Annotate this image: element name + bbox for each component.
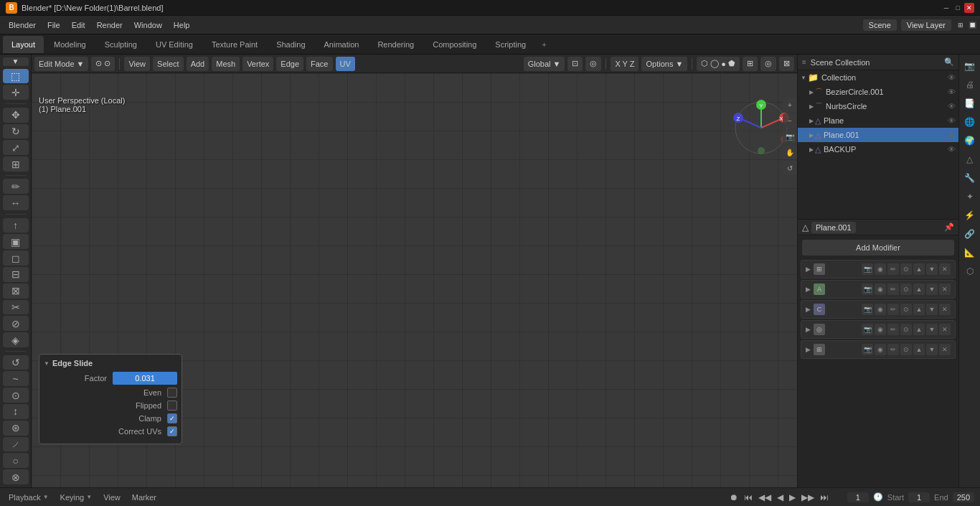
mod4-down[interactable]: ▼ (926, 344, 938, 355)
tool-transform[interactable]: ⊞ (3, 156, 29, 172)
orbit-button[interactable]: ↺ (783, 161, 797, 175)
tool-knife[interactable]: ✂ (3, 300, 29, 315)
modifier-row-3[interactable]: ▶ ◎ 📷 ◉ ✏ ⊙ ▲ ▼ ✕ (801, 320, 956, 339)
select-menu[interactable]: Select (153, 57, 184, 71)
editor-icon-button[interactable]: 🔲 (967, 20, 977, 30)
record-button[interactable]: ⏺ (728, 491, 740, 504)
props-view-layer-icon[interactable]: 📑 (961, 95, 979, 112)
editor-expand-button[interactable]: ⊞ (956, 20, 966, 30)
view-camera-button[interactable]: 📷 (783, 129, 797, 144)
scene-selector[interactable]: Scene (863, 19, 897, 31)
mod3-up[interactable]: ▲ (913, 324, 925, 335)
mod1-render[interactable]: ◉ (875, 284, 886, 295)
tool-move[interactable]: ✥ (3, 108, 29, 123)
tool-edge-slide[interactable]: ↕ (3, 404, 29, 419)
pan-button[interactable]: ✋ (783, 145, 797, 159)
jump-end-button[interactable]: ⏭ (819, 491, 830, 504)
nurbs-visibility[interactable]: 👁 (948, 102, 956, 111)
start-frame[interactable]: 1 (908, 492, 930, 502)
tab-scripting[interactable]: Scripting (486, 36, 534, 53)
uv-menu[interactable]: UV (336, 57, 355, 71)
mod1-up[interactable]: ▲ (913, 284, 925, 295)
menu-render[interactable]: Render (91, 19, 128, 31)
menu-file[interactable]: File (42, 19, 66, 31)
tab-texture-paint[interactable]: Texture Paint (203, 36, 266, 53)
tool-extrude[interactable]: ↑ (3, 218, 29, 233)
mod3-delete[interactable]: ✕ (939, 324, 951, 335)
tab-shading[interactable]: Shading (268, 36, 314, 53)
mod4-render[interactable]: ◉ (875, 344, 886, 355)
mod4-realtime[interactable]: ⊙ (900, 344, 912, 355)
mod0-up[interactable]: ▲ (913, 263, 925, 275)
mod3-edit[interactable]: ✏ (887, 324, 899, 335)
modifier-row-4[interactable]: ▶ ⊞ 📷 ◉ ✏ ⊙ ▲ ▼ ✕ (801, 340, 956, 359)
props-world-icon[interactable]: 🌍 (961, 132, 979, 149)
collection-visibility[interactable]: 👁 (948, 73, 956, 82)
overlay-options[interactable]: ⊙⊙ (91, 57, 115, 71)
tool-inset[interactable]: ▣ (3, 234, 29, 249)
props-particles-icon[interactable]: ✦ (961, 188, 979, 205)
menu-help[interactable]: Help (168, 19, 196, 31)
outliner-item-collection[interactable]: ▼ 📁 Collection 👁 (798, 70, 958, 85)
mod2-edit[interactable]: ✏ (887, 304, 899, 315)
tab-animation[interactable]: Animation (316, 36, 368, 53)
mode-selector[interactable]: ▼ (3, 57, 29, 66)
mod3-expand[interactable]: ▶ (806, 326, 811, 333)
mod4-up[interactable]: ▲ (913, 344, 925, 355)
plane-visibility[interactable]: 👁 (948, 116, 956, 125)
tab-uv-editing[interactable]: UV Editing (147, 36, 202, 53)
prev-frame-button[interactable]: ◀◀ (757, 491, 773, 504)
outliner-filter[interactable]: 🔍 (944, 57, 954, 67)
tool-measure[interactable]: ↔ (3, 195, 29, 210)
xyz-constraint[interactable]: X Y Z (611, 57, 639, 71)
props-render-icon[interactable]: 📷 (961, 57, 979, 75)
close-button[interactable]: ✕ (964, 3, 974, 13)
tool-smooth[interactable]: ~ (3, 371, 29, 386)
tool-scale[interactable]: ⤢ (3, 140, 29, 155)
tool-rip[interactable]: ⊗ (3, 469, 29, 484)
props-modifier-icon[interactable]: 🔧 (961, 169, 979, 187)
outliner-item-nurbs[interactable]: ▶ ⌒ NurbsCircle 👁 (798, 99, 958, 113)
zoom-out-button[interactable]: − (783, 113, 797, 128)
mod0-realtime[interactable]: ⊙ (900, 263, 912, 275)
mod0-edit[interactable]: ✏ (887, 263, 899, 275)
view-menu[interactable]: View (124, 57, 150, 71)
tool-select-box[interactable]: ⬚ (3, 69, 29, 84)
jump-start-button[interactable]: ⏮ (743, 491, 754, 504)
tool-loop-cut[interactable]: ⊟ (3, 267, 29, 282)
bezier-visibility[interactable]: 👁 (948, 88, 956, 96)
mod1-delete[interactable]: ✕ (939, 284, 951, 295)
props-object-name[interactable]: Plane.001 (811, 222, 856, 233)
menu-window[interactable]: Window (128, 19, 168, 31)
snap-button[interactable]: ⊡ (567, 57, 583, 71)
tool-shrink-fatten[interactable]: ⊛ (3, 421, 29, 436)
mod0-down[interactable]: ▼ (926, 263, 938, 275)
mod3-realtime[interactable]: ⊙ (900, 324, 912, 335)
tool-rotate[interactable]: ↻ (3, 124, 29, 139)
mod0-expand[interactable]: ▶ (806, 266, 811, 273)
tool-to-sphere[interactable]: ○ (3, 453, 29, 468)
clamp-checkbox[interactable]: ✓ (167, 413, 177, 423)
tab-compositing[interactable]: Compositing (424, 36, 485, 53)
flipped-checkbox[interactable] (167, 400, 177, 411)
viewport-canvas[interactable]: User Perspective (Local) (1) Plane.001 X… (32, 73, 797, 487)
props-data-icon[interactable]: 📐 (961, 244, 979, 261)
mod1-down[interactable]: ▼ (926, 284, 938, 295)
add-workspace-button[interactable]: + (536, 38, 552, 51)
props-output-icon[interactable]: 🖨 (961, 76, 979, 93)
tab-modeling[interactable]: Modeling (45, 36, 95, 53)
window-controls[interactable]: ─ □ ✕ (941, 3, 974, 13)
tab-layout[interactable]: Layout (3, 36, 44, 53)
proportional-edit[interactable]: ◎ (585, 57, 601, 71)
modifier-row-2[interactable]: ▶ C 📷 ◉ ✏ ⊙ ▲ ▼ ✕ (801, 300, 956, 319)
mod0-render[interactable]: ◉ (875, 263, 886, 275)
tool-cursor[interactable]: ✛ (3, 85, 29, 100)
mod0-delete[interactable]: ✕ (939, 263, 951, 275)
menu-edit[interactable]: Edit (66, 19, 91, 31)
tool-spin[interactable]: ↺ (3, 355, 29, 370)
props-constraints-icon[interactable]: 🔗 (961, 225, 979, 243)
mod1-edit[interactable]: ✏ (887, 284, 899, 295)
props-scene-icon[interactable]: 🌐 (961, 113, 979, 131)
edge-menu[interactable]: Edge (276, 57, 303, 71)
modifier-row-1[interactable]: ▶ A 📷 ◉ ✏ ⊙ ▲ ▼ ✕ (801, 280, 956, 299)
